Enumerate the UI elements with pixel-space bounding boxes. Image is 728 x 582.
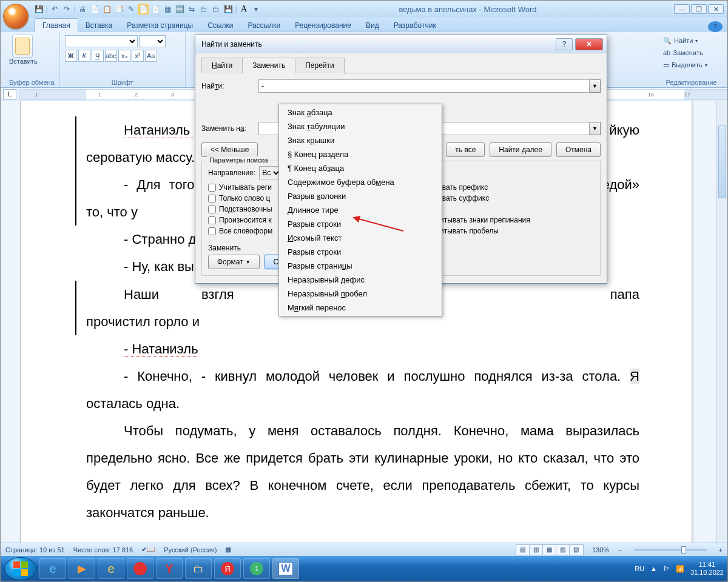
start-button[interactable] [4,557,37,580]
underline-button[interactable]: Ч [92,50,104,62]
format-button[interactable]: Формат ▼ [208,255,260,269]
select-button[interactable]: ▭Выделить▾ [661,59,722,71]
qat-icon[interactable]: ▦ [162,4,173,15]
dialog-help-button[interactable]: ? [556,38,573,50]
qat-icon[interactable]: 🗀 [198,4,209,15]
dlg-tab-replace[interactable]: Заменить [242,58,295,73]
view-read-icon[interactable]: ▥ [530,545,543,555]
italic-button[interactable]: К [78,50,90,62]
changecase-button[interactable]: Aa [145,50,157,62]
qat-icon[interactable]: 🔤 [174,4,185,15]
qat-icon[interactable]: 🗀 [211,4,221,15]
zoom-plus-icon[interactable]: + [719,546,723,554]
qat-save-icon[interactable]: 💾 [33,4,44,15]
macro-icon[interactable]: ▦ [225,546,231,554]
replace-button[interactable]: abЗаменить [661,47,722,59]
qat-icon[interactable]: 💾 [223,4,234,15]
taskbar-explorer-icon[interactable]: 🗀 [185,558,212,579]
status-language[interactable]: Русский (Россия) [164,546,217,554]
taskbar-green-icon[interactable]: 1 [243,558,270,579]
replace-all-button[interactable]: ть все [446,142,485,157]
find-button[interactable]: 🔍Найти▾ [661,35,722,47]
zoom-minus-icon[interactable]: − [618,546,621,554]
dlg-tab-find[interactable]: Найти [201,58,243,73]
taskbar-ya-icon[interactable]: Я [214,558,241,579]
tray-lang[interactable]: RU [635,565,644,572]
tray-clock[interactable]: 11:4131.10.2022 [690,561,724,577]
menu-item[interactable]: Знак абзаца [279,105,442,119]
find-input[interactable] [258,79,590,93]
proofing-icon[interactable]: ✔📖 [141,546,155,554]
menu-item[interactable]: Разрыв строки [279,217,442,231]
tab-selector[interactable]: L [3,89,16,100]
menu-item[interactable]: Неразрывный дефис [279,273,442,287]
menu-item[interactable]: Содержимое буфера обмена [279,175,442,189]
tray-flag-icon[interactable]: ▲ [650,565,657,572]
qat-icon[interactable]: ⇆ [186,4,197,15]
menu-item-emdash[interactable]: Длинное тире [279,203,442,217]
view-buttons[interactable]: ▤ ▥ ▦ ▧ ▨ [516,544,584,555]
menu-item[interactable]: Знак крышки [279,133,442,147]
menu-item[interactable]: Разрыв колонки [279,189,442,203]
status-page[interactable]: Страница: 10 из 51 [5,546,65,554]
office-button[interactable] [3,4,29,29]
tray-action-icon[interactable]: 🏳 [663,565,670,572]
zoom-value[interactable]: 130% [592,546,609,554]
help-icon[interactable]: ? [708,21,723,32]
find-next-button[interactable]: Найти далее [490,142,551,157]
paste-button[interactable]: Вставить [9,35,36,65]
dialog-close-button[interactable]: ✕ [575,38,603,50]
menu-item[interactable]: Неразрывный пробел [279,287,442,301]
taskbar-ie2-icon[interactable]: e [98,558,124,579]
superscript-button[interactable]: x² [132,50,144,62]
qat-undo-icon[interactable]: ↶ [49,4,60,15]
cancel-button[interactable]: Отмена [556,142,601,157]
vertical-scrollbar[interactable] [716,101,727,545]
font-size-select[interactable] [139,35,166,47]
find-dropdown-icon[interactable]: ▼ [590,79,601,93]
qat-icon[interactable]: 📋 [101,4,112,15]
menu-item[interactable]: Мягкий перенос [279,301,442,315]
zoom-slider[interactable] [634,549,707,551]
tray-net-icon[interactable]: 📶 [676,565,684,573]
close-button[interactable]: ✕ [708,4,724,14]
tab-home[interactable]: Главная [35,18,78,32]
menu-item[interactable]: § Конец раздела [279,147,442,161]
qat-icon[interactable]: 📑 [113,4,124,15]
tab-developer[interactable]: Разработчик [386,19,443,32]
subscript-button[interactable]: x₂ [118,50,130,62]
tab-insert[interactable]: Вставка [78,19,120,32]
view-draft-icon[interactable]: ▨ [570,545,583,555]
menu-item[interactable]: Разрыв страницы [279,259,442,273]
tab-review[interactable]: Рецензирование [288,19,359,32]
font-family-select[interactable] [65,35,138,47]
qat-icon[interactable]: 📄 [138,4,149,15]
qat-font-letter[interactable]: А [238,4,249,15]
view-outline-icon[interactable]: ▧ [556,545,570,555]
menu-item[interactable]: Разрыв строки [279,245,442,259]
taskbar-opera-icon[interactable] [127,558,153,579]
view-web-icon[interactable]: ▦ [543,545,556,555]
qat-icon[interactable]: 📄 [150,4,161,15]
dlg-tab-goto[interactable]: Перейти [295,58,345,73]
maximize-button[interactable]: ❐ [691,4,707,14]
qat-icon[interactable]: 🖨 [77,4,88,15]
bold-button[interactable]: Ж [65,50,77,62]
less-button[interactable]: << Меньше [201,142,258,157]
minimize-button[interactable]: — [674,4,690,14]
menu-item[interactable]: Искомый текст [279,231,442,245]
status-words[interactable]: Число слов: 17 816 [73,546,133,554]
strike-button[interactable]: abc [105,50,117,62]
taskbar-ie-icon[interactable]: e [39,558,66,579]
menu-item[interactable]: Знак табуляции [279,119,442,133]
qat-icon[interactable]: 📄 [89,4,100,15]
qat-redo-icon[interactable]: ↷ [61,4,72,15]
tab-layout[interactable]: Разметка страницы [120,19,200,32]
taskbar-media-icon[interactable]: ▶ [69,558,95,579]
view-print-icon[interactable]: ▤ [516,545,530,555]
tab-view[interactable]: Вид [359,19,386,32]
tab-references[interactable]: Ссылки [200,19,240,32]
qat-icon[interactable]: ✎ [126,4,136,15]
tab-mailings[interactable]: Рассылки [240,19,288,32]
taskbar-word-icon[interactable]: W [272,558,299,579]
